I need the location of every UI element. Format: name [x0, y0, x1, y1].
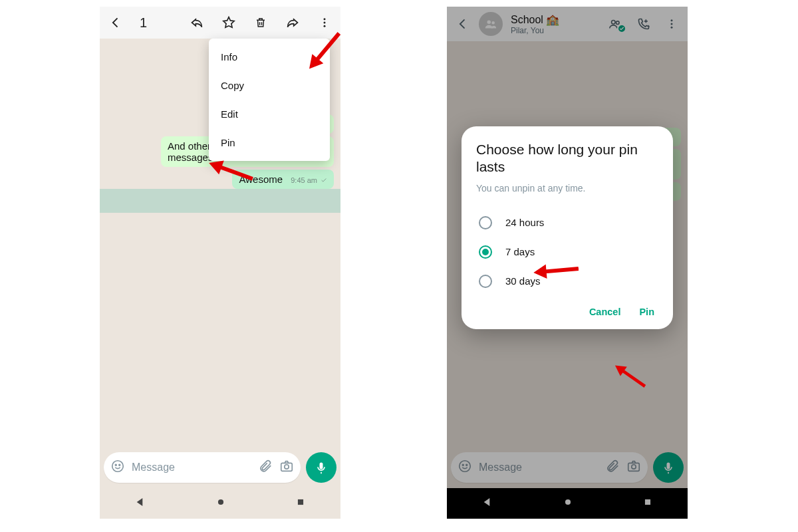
mic-button[interactable]	[306, 452, 336, 483]
radio-label: 30 days	[505, 275, 541, 287]
menu-item-copy[interactable]: Copy	[209, 71, 330, 100]
dialog-subtitle: You can unpin at any time.	[476, 183, 658, 194]
svg-point-3	[112, 461, 124, 472]
message-input[interactable]: Message	[104, 452, 301, 483]
menu-item-edit[interactable]: Edit	[209, 100, 330, 128]
radio-label: 7 days	[505, 246, 535, 257]
radio-option-30d[interactable]: 30 days	[476, 267, 658, 296]
pin-button[interactable]: Pin	[639, 307, 654, 317]
svg-point-0	[324, 18, 326, 20]
svg-point-1	[324, 22, 326, 24]
radio-icon	[479, 275, 492, 288]
left-screenshot: 1 🔒 Messages and calls are end-to-end en…	[100, 7, 340, 519]
composer: Message	[104, 452, 336, 483]
back-icon[interactable]	[104, 11, 128, 35]
radio-option-7d[interactable]: 7 days	[476, 237, 658, 267]
svg-rect-9	[298, 499, 303, 505]
svg-point-2	[324, 25, 326, 27]
cancel-button[interactable]: Cancel	[589, 307, 621, 317]
selection-count: 1	[140, 15, 147, 31]
more-icon[interactable]	[313, 11, 336, 35]
radio-option-24h[interactable]: 24 hours	[476, 208, 658, 237]
android-navbar	[100, 488, 340, 519]
svg-point-5	[119, 464, 120, 466]
radio-label: 24 hours	[505, 217, 544, 228]
menu-item-info[interactable]: Info	[209, 43, 330, 71]
camera-icon[interactable]	[279, 459, 294, 476]
right-screenshot: School 🏫 Pilar, You Today 🔒 Messages and…	[447, 7, 688, 519]
message-text: Awesome	[239, 174, 283, 185]
trash-icon[interactable]	[249, 11, 273, 35]
svg-point-4	[115, 464, 116, 466]
overflow-menu: Info Copy Edit Pin	[209, 39, 330, 161]
svg-point-8	[218, 499, 223, 505]
dialog-title: Choose how long your pin lasts	[476, 141, 658, 176]
message-placeholder: Message	[132, 462, 251, 473]
selection-highlight	[100, 189, 340, 213]
radio-icon-selected	[479, 245, 492, 259]
message-time: 9:45 am	[291, 176, 317, 184]
nav-home-icon[interactable]	[216, 497, 225, 509]
message-bubble-selected[interactable]: Awesome 9:45 am	[232, 170, 334, 189]
nav-recent-icon[interactable]	[296, 497, 305, 509]
reply-icon[interactable]	[185, 11, 209, 35]
radio-icon	[479, 216, 492, 229]
star-icon[interactable]	[217, 11, 241, 35]
emoji-icon[interactable]	[110, 459, 125, 476]
svg-point-7	[285, 465, 289, 469]
pin-duration-dialog: Choose how long your pin lasts You can u…	[462, 126, 673, 329]
forward-icon[interactable]	[281, 11, 305, 35]
attach-icon[interactable]	[258, 459, 273, 476]
nav-back-icon[interactable]	[135, 497, 146, 510]
menu-item-pin[interactable]: Pin	[209, 128, 330, 157]
selection-topbar: 1	[100, 7, 340, 39]
